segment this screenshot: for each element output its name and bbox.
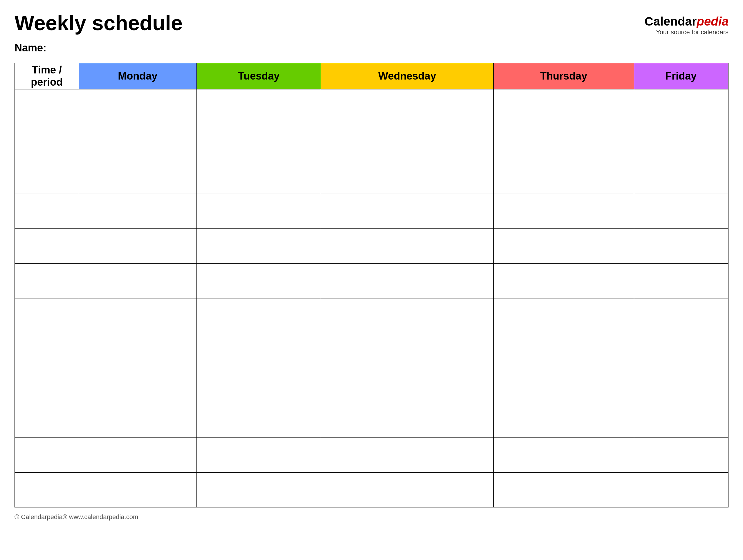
table-cell[interactable] [196,333,321,368]
name-label: Name: [14,42,729,54]
table-cell[interactable] [196,228,321,263]
table-header-row: Time / period Monday Tuesday Wednesday T… [15,63,728,89]
header-time-period: Time / period [15,63,79,89]
table-cell[interactable] [634,437,728,472]
table-row [15,89,728,124]
page-title: Weekly schedule [14,12,182,35]
table-cell[interactable] [321,159,494,193]
table-cell[interactable] [79,193,196,228]
table-cell[interactable] [79,403,196,437]
table-row [15,437,728,472]
table-cell[interactable] [493,159,634,193]
table-cell[interactable] [321,298,494,333]
table-cell[interactable] [15,403,79,437]
table-cell[interactable] [196,437,321,472]
table-cell[interactable] [321,124,494,159]
brand-name-part1: Calendar [645,14,697,28]
table-cell[interactable] [15,298,79,333]
header-thursday: Thursday [493,63,634,89]
table-cell[interactable] [321,403,494,437]
table-cell[interactable] [493,298,634,333]
table-cell[interactable] [493,437,634,472]
table-row [15,333,728,368]
header-area: Weekly schedule Calendarpedia Your sourc… [14,12,729,36]
table-cell[interactable] [634,472,728,507]
table-cell[interactable] [79,263,196,298]
table-cell[interactable] [321,333,494,368]
table-row [15,193,728,228]
table-cell[interactable] [321,437,494,472]
table-cell[interactable] [196,193,321,228]
table-row [15,124,728,159]
table-cell[interactable] [79,159,196,193]
table-cell[interactable] [321,472,494,507]
table-cell[interactable] [196,368,321,403]
table-cell[interactable] [493,124,634,159]
table-cell[interactable] [15,228,79,263]
table-row [15,368,728,403]
table-cell[interactable] [634,368,728,403]
table-cell[interactable] [79,437,196,472]
table-cell[interactable] [15,159,79,193]
table-cell[interactable] [196,124,321,159]
table-cell[interactable] [196,403,321,437]
table-row [15,403,728,437]
table-cell[interactable] [79,89,196,124]
brand-name: Calendarpedia [645,14,729,29]
table-cell[interactable] [493,333,634,368]
table-cell[interactable] [79,472,196,507]
table-row [15,472,728,507]
table-row [15,263,728,298]
table-cell[interactable] [15,263,79,298]
table-cell[interactable] [493,403,634,437]
table-cell[interactable] [196,298,321,333]
table-cell[interactable] [321,228,494,263]
table-cell[interactable] [15,193,79,228]
header-friday: Friday [634,63,728,89]
table-cell[interactable] [79,368,196,403]
footer: © Calendarpedia® www.calendarpedia.com [14,513,729,521]
table-cell[interactable] [634,89,728,124]
table-cell[interactable] [15,437,79,472]
table-cell[interactable] [493,193,634,228]
table-cell[interactable] [15,124,79,159]
table-cell[interactable] [321,263,494,298]
table-cell[interactable] [196,263,321,298]
table-cell[interactable] [493,89,634,124]
table-cell[interactable] [196,89,321,124]
table-cell[interactable] [634,193,728,228]
table-cell[interactable] [15,368,79,403]
table-row [15,228,728,263]
table-cell[interactable] [79,124,196,159]
schedule-table: Time / period Monday Tuesday Wednesday T… [14,63,729,508]
table-cell[interactable] [321,368,494,403]
brand-tagline: Your source for calendars [645,29,729,36]
table-cell[interactable] [634,333,728,368]
table-cell[interactable] [79,333,196,368]
table-cell[interactable] [634,159,728,193]
header-monday: Monday [79,63,196,89]
table-cell[interactable] [15,333,79,368]
table-row [15,298,728,333]
table-cell[interactable] [634,124,728,159]
table-cell[interactable] [634,403,728,437]
table-cell[interactable] [493,228,634,263]
table-cell[interactable] [79,228,196,263]
table-cell[interactable] [634,228,728,263]
table-cell[interactable] [196,159,321,193]
table-cell[interactable] [634,263,728,298]
table-cell[interactable] [493,368,634,403]
table-cell[interactable] [321,193,494,228]
table-row [15,159,728,193]
table-cell[interactable] [79,298,196,333]
table-cell[interactable] [493,263,634,298]
header-wednesday: Wednesday [321,63,494,89]
brand-name-part2: pedia [697,14,729,28]
table-cell[interactable] [634,298,728,333]
table-cell[interactable] [321,89,494,124]
table-cell[interactable] [15,472,79,507]
table-cell[interactable] [15,89,79,124]
header-tuesday: Tuesday [196,63,321,89]
table-cell[interactable] [493,472,634,507]
table-cell[interactable] [196,472,321,507]
